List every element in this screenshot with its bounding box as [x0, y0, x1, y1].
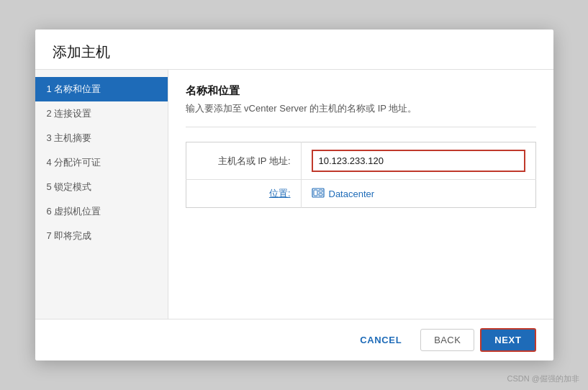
- sidebar-item-step2[interactable]: 2 连接设置: [35, 101, 168, 126]
- sidebar-item-step3[interactable]: 3 主机摘要: [35, 126, 168, 150]
- sidebar-item-label-3: 3 主机摘要: [47, 132, 92, 145]
- form-table: 主机名或 IP 地址: 位置:: [186, 142, 536, 208]
- location-display: Datacenter: [312, 188, 525, 200]
- sidebar-item-step6[interactable]: 6 虚拟机位置: [35, 199, 168, 224]
- dialog-footer: CANCEL BACK NEXT: [35, 319, 553, 360]
- host-value-cell: [301, 142, 535, 180]
- dialog-title-bar: 添加主机: [35, 30, 553, 70]
- svg-rect-1: [314, 190, 317, 196]
- sidebar-item-label-2: 2 连接设置: [47, 107, 92, 120]
- location-text: Datacenter: [329, 189, 375, 199]
- main-content: 名称和位置 输入要添加至 vCenter Server 的主机的名称或 IP 地…: [168, 70, 553, 319]
- datacenter-icon: [312, 188, 325, 200]
- host-label: 主机名或 IP 地址:: [186, 142, 301, 180]
- host-row: 主机名或 IP 地址:: [186, 142, 535, 180]
- sidebar-item-step1[interactable]: 1 名称和位置: [35, 77, 168, 101]
- next-button[interactable]: NEXT: [480, 328, 535, 352]
- sidebar-item-label-5: 5 锁定模式: [47, 181, 92, 194]
- dialog-title: 添加主机: [53, 42, 536, 62]
- sidebar-item-label-4: 4 分配许可证: [47, 156, 101, 169]
- add-host-dialog: 添加主机 1 名称和位置 2 连接设置 3 主机摘要 4 分配许可证 5 锁定: [35, 30, 553, 360]
- location-value-cell: Datacenter: [301, 180, 535, 208]
- section-divider: [186, 127, 536, 127]
- location-row: 位置:: [186, 180, 535, 208]
- sidebar-item-step7[interactable]: 7 即将完成: [35, 224, 168, 248]
- host-input[interactable]: [313, 151, 524, 171]
- sidebar-item-label-1: 1 名称和位置: [47, 83, 101, 96]
- sidebar-item-label-6: 6 虚拟机位置: [47, 205, 101, 218]
- sidebar-item-label-7: 7 即将完成: [47, 230, 92, 242]
- cancel-button[interactable]: CANCEL: [347, 330, 415, 350]
- host-input-wrapper: [312, 150, 525, 172]
- svg-rect-2: [319, 190, 322, 192]
- sidebar-item-step4[interactable]: 4 分配许可证: [35, 150, 168, 175]
- section-title: 名称和位置: [186, 84, 536, 98]
- location-label-cell: 位置:: [186, 180, 301, 208]
- sidebar-item-step5[interactable]: 5 锁定模式: [35, 175, 168, 199]
- back-button[interactable]: BACK: [420, 329, 474, 351]
- svg-rect-3: [319, 194, 322, 196]
- section-desc: 输入要添加至 vCenter Server 的主机的名称或 IP 地址。: [186, 102, 536, 115]
- dialog-overlay: 添加主机 1 名称和位置 2 连接设置 3 主机摘要 4 分配许可证 5 锁定: [0, 0, 588, 390]
- dialog-body: 1 名称和位置 2 连接设置 3 主机摘要 4 分配许可证 5 锁定模式 6 虚…: [35, 70, 553, 319]
- sidebar: 1 名称和位置 2 连接设置 3 主机摘要 4 分配许可证 5 锁定模式 6 虚…: [35, 70, 168, 319]
- watermark: CSDN @倔强的加非: [507, 373, 579, 384]
- location-label-link[interactable]: 位置:: [269, 188, 291, 199]
